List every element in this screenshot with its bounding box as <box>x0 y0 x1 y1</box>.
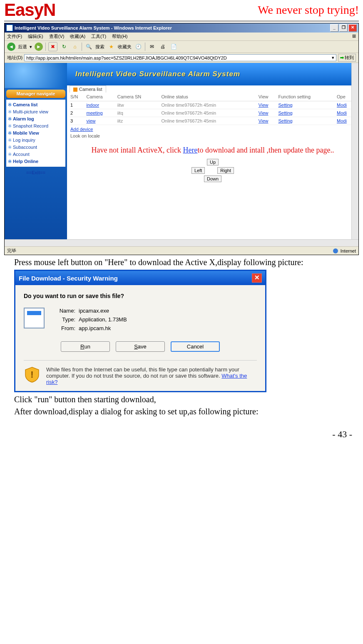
status-zone: Internet <box>341 248 356 253</box>
dialog-titlebar: File Download - Security Warning ✕ <box>15 271 265 285</box>
history-icon[interactable]: 🕘 <box>134 43 142 51</box>
instruction-text-1: Press mouse left button on "Here" to dow… <box>14 258 359 267</box>
nav-snapshot[interactable]: ※Snapshot Record <box>8 123 64 130</box>
nav-mobile-view[interactable]: ※Mobile View <box>8 130 64 137</box>
camera-list-tab[interactable]: Camera list <box>70 85 106 93</box>
file-type-icon <box>24 308 45 328</box>
search-label[interactable]: 搜索 <box>95 44 104 50</box>
run-button[interactable]: Run <box>61 341 110 352</box>
col-view: View <box>258 93 278 101</box>
nav-alarm-log[interactable]: ※Alarm log <box>8 115 64 123</box>
col-online: Online status <box>161 93 258 101</box>
view-link[interactable]: View <box>259 110 269 115</box>
dialog-warning-text: While files from the Internet can be use… <box>46 366 257 385</box>
go-button[interactable]: ➡ 转到 <box>338 54 356 62</box>
menu-view[interactable]: 查看(V) <box>49 33 65 40</box>
search-icon[interactable]: 🔍 <box>85 43 93 51</box>
nav-camera-list[interactable]: ※Camera list <box>8 101 64 108</box>
view-link[interactable]: View <box>259 118 269 123</box>
toolbar-separator <box>45 43 46 51</box>
dialog-question: Do you want to run or save this file? <box>24 293 257 299</box>
instruction-text-3: After download,display a dialog for aski… <box>14 407 359 416</box>
menu-help[interactable]: 帮助(H) <box>112 33 127 40</box>
menu-favorites[interactable]: 收藏(A) <box>70 33 85 40</box>
ie-window: Intelligent Video Surveillance Alarm Sys… <box>4 23 359 255</box>
menu-tools[interactable]: 工具(T) <box>91 33 106 40</box>
camera-link[interactable]: view <box>86 118 95 123</box>
view-link[interactable]: View <box>259 103 269 108</box>
edit-icon[interactable]: 📄 <box>169 43 178 51</box>
home-button[interactable]: ⌂ <box>71 43 79 51</box>
mail-icon[interactable]: ✉ <box>148 43 156 51</box>
nav-help-online[interactable]: ※Help Online <box>8 158 64 165</box>
address-dropdown-icon[interactable]: ▾ <box>332 55 334 60</box>
save-button[interactable]: Save <box>116 341 165 352</box>
table-row: 2 meeting iitq Online time976672h 45min … <box>70 109 356 117</box>
status-done: 完毕 <box>7 248 16 254</box>
nav-subaccount[interactable]: ※Subaccount <box>8 144 64 151</box>
setting-link[interactable]: Setting <box>278 118 292 123</box>
back-button[interactable]: ◄ <box>7 43 15 51</box>
brand-slogan: We never stop trying! <box>258 3 359 17</box>
menu-edit[interactable]: 编辑(E) <box>28 33 43 40</box>
address-url: http://app.ipcam.hk/html/en/main.asp?sec… <box>26 55 226 60</box>
nav-log-inquiry[interactable]: ※Log inquiry <box>8 137 64 144</box>
look-locale-label: Look on locale <box>70 132 101 140</box>
main-content: Intelligent Video Surveillance Alarm Sys… <box>67 63 358 246</box>
refresh-button[interactable]: ↻ <box>60 43 68 51</box>
direction-pad: Up Left Right Down <box>70 159 356 182</box>
modify-link[interactable]: Modi <box>337 110 347 115</box>
favorites-label[interactable]: 收藏夹 <box>118 44 132 50</box>
table-row: 1 indoor iitw Online time976672h 45min V… <box>70 101 356 109</box>
brand-logo: EasyN <box>4 0 55 20</box>
setting-link[interactable]: Setting <box>278 110 292 115</box>
shield-warning-icon: ! <box>24 366 40 383</box>
camera-link[interactable]: meeting <box>86 110 102 115</box>
stop-button[interactable]: ✖ <box>48 42 57 51</box>
nav-account[interactable]: ※Account <box>8 151 64 158</box>
modify-link[interactable]: Modi <box>337 118 347 123</box>
left-button[interactable]: Left <box>191 167 205 174</box>
right-button[interactable]: Right <box>217 167 234 174</box>
ie-toolbar: ◄ 后退 ▾ ► ✖ ↻ ⌂ 🔍 搜索 ★ 收藏夹 🕘 ✉ 🖨 📄 <box>5 41 358 53</box>
page-number: - 43 - <box>4 429 352 440</box>
address-input[interactable]: http://app.ipcam.hk/html/en/main.asp?sec… <box>24 54 336 61</box>
menu-file[interactable]: 文件(F) <box>7 33 22 40</box>
internet-zone-icon <box>333 248 338 253</box>
nav-exit[interactable]: ==Exit== <box>5 170 67 175</box>
window-title: Intelligent Video Surveillance Alarm Sys… <box>15 25 172 30</box>
col-camera-sn: Camera SN <box>117 93 161 101</box>
camera-link[interactable]: indoor <box>86 103 99 108</box>
cancel-button[interactable]: Cancel <box>171 341 220 352</box>
nav-multi-picture[interactable]: ※Multi-picture view <box>8 108 64 115</box>
up-button[interactable]: Up <box>207 159 219 165</box>
label-name: Name: <box>51 308 75 314</box>
col-camera: Camera <box>85 93 116 101</box>
value-name: ipcamax.exe <box>79 308 127 314</box>
toolbar-separator <box>82 43 82 51</box>
modify-link[interactable]: Modi <box>337 103 347 108</box>
nav-title: Manager navigate <box>6 90 65 98</box>
label-from: From: <box>51 325 75 331</box>
back-dropdown-icon[interactable]: ▾ <box>30 44 32 50</box>
go-label: 转到 <box>345 55 354 61</box>
sidebar-graphic <box>5 63 67 88</box>
back-label[interactable]: 后退 <box>18 44 27 50</box>
minimize-button[interactable]: _ <box>330 24 338 32</box>
dialog-separator <box>24 360 257 361</box>
print-icon[interactable]: 🖨 <box>159 43 167 51</box>
horizontal-scrollbar[interactable] <box>5 239 358 246</box>
value-from: app.ipcam.hk <box>79 325 127 331</box>
vertical-scrollbar[interactable] <box>351 63 358 239</box>
forward-button[interactable]: ► <box>35 43 43 51</box>
down-button[interactable]: Down <box>204 175 221 182</box>
ie-content: Manager navigate ※Camera list ※Multi-pic… <box>5 63 358 246</box>
label-type: Type: <box>51 316 75 323</box>
setting-link[interactable]: Setting <box>278 103 292 108</box>
close-button[interactable]: ✕ <box>348 24 357 32</box>
camera-table: S/N Camera Camera SN Online status View … <box>70 93 356 125</box>
favorites-icon[interactable]: ★ <box>107 43 115 51</box>
here-link[interactable]: Here <box>183 146 198 154</box>
maximize-button[interactable]: ❐ <box>339 24 348 32</box>
dialog-close-button[interactable]: ✕ <box>252 273 262 283</box>
